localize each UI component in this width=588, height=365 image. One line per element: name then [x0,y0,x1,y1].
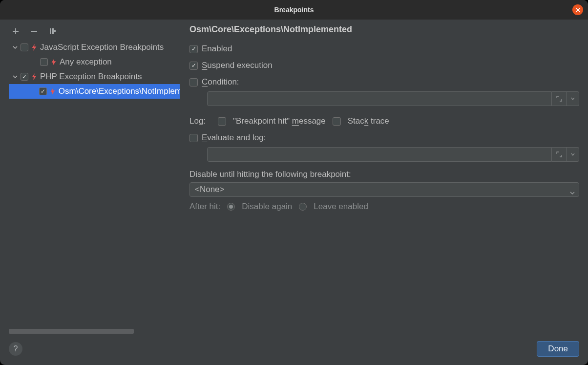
after-hit-disable-again-label: Disable again [242,202,292,212]
group-checkbox[interactable] [21,43,28,51]
evaluate-label: Evaluate and log: [202,133,266,143]
disable-until-label: Disable until hitting the following brea… [189,170,579,179]
evaluate-input[interactable] [207,147,552,162]
lightning-icon [30,44,38,51]
chevron-down-icon[interactable] [12,45,19,50]
svg-rect-0 [50,28,51,34]
condition-label: Condition: [202,77,239,87]
tree-item-any-exception[interactable]: Any exception [9,55,180,69]
plus-icon [12,27,20,35]
title-bar: Breakpoints [0,0,588,20]
minus-icon [30,27,38,35]
chevron-down-icon[interactable] [12,74,19,79]
history-dropdown-button[interactable] [567,91,579,106]
log-hit-checkbox[interactable] [218,117,226,126]
breakpoints-dialog: Breakpoints [0,0,588,365]
expand-icon [556,96,562,102]
enabled-row: Enabled [189,41,579,57]
condition-field-wrap [207,91,579,106]
close-icon [575,7,581,13]
log-row: Log: "Breakpoint hit" message Stack trac… [189,113,579,129]
lightning-icon [49,88,57,95]
details-heading: Osm\Core\Exceptions\NotImplemented [189,24,579,35]
tree-group-php[interactable]: PHP Exception Breakpoints [9,69,180,84]
remove-breakpoint-button[interactable] [29,26,39,36]
log-label: Log: [189,116,211,126]
scrollbar-thumb[interactable] [9,329,134,334]
after-hit-leave-enabled-radio[interactable] [299,203,307,211]
log-stack-label: Stack trace [348,116,389,126]
after-hit-leave-enabled-label: Leave enabled [314,202,368,212]
svg-rect-1 [52,28,54,34]
suspend-label: Suspend execution [202,61,273,70]
lightning-icon [30,73,38,80]
tree-group-label: JavaScript Exception Breakpoints [40,43,164,52]
condition-checkbox[interactable] [189,78,198,86]
expand-field-button[interactable] [552,147,567,162]
tree-group-label: PHP Exception Breakpoints [40,72,142,82]
enabled-checkbox[interactable] [189,45,198,53]
close-button[interactable] [572,4,583,15]
expand-field-button[interactable] [552,91,567,106]
disable-until-combo[interactable]: <None> [189,182,579,197]
enabled-label: Enabled [202,44,232,54]
lightning-icon [50,59,58,65]
suspend-row: Suspend execution [189,57,579,74]
dialog-footer: ? Done [9,335,579,358]
log-hit-label: "Breakpoint hit" message [233,116,326,126]
group-by-button[interactable] [48,26,58,36]
evaluate-checkbox[interactable] [189,134,198,142]
after-hit-label: After hit: [189,202,220,212]
done-button[interactable]: Done [537,341,579,357]
combo-value: <None> [195,185,225,194]
tree-item-label: Osm\Core\Exceptions\NotImplemented [59,86,180,96]
group-icon [49,27,57,35]
add-breakpoint-button[interactable] [11,26,21,36]
horizontal-scrollbar[interactable] [9,329,180,335]
expand-icon [556,151,562,157]
log-stack-checkbox[interactable] [333,117,341,126]
suspend-checkbox[interactable] [189,62,198,70]
tree-group-js[interactable]: JavaScript Exception Breakpoints [9,40,180,55]
evaluate-row: Evaluate and log: [189,129,579,146]
breakpoint-tree[interactable]: JavaScript Exception Breakpoints Any exc… [9,40,180,99]
evaluate-field-wrap [207,147,579,162]
chevron-down-icon [571,97,575,101]
after-hit-disable-again-radio[interactable] [227,203,235,211]
tree-item-not-implemented[interactable]: Osm\Core\Exceptions\NotImplemented [9,84,180,99]
group-checkbox[interactable] [21,73,28,81]
svg-rect-2 [54,30,56,32]
help-button[interactable]: ? [9,342,22,356]
after-hit-row: After hit: Disable again Leave enabled [189,202,579,212]
condition-row: Condition: [189,74,579,90]
condition-input[interactable] [207,91,552,106]
window-title: Breakpoints [274,6,314,14]
item-checkbox[interactable] [39,87,47,95]
history-dropdown-button[interactable] [567,147,579,162]
item-checkbox[interactable] [40,58,48,66]
chevron-down-icon [570,188,575,197]
tree-item-label: Any exception [60,57,112,67]
breakpoint-tree-panel: JavaScript Exception Breakpoints Any exc… [9,24,180,335]
tree-toolbar [9,24,180,38]
breakpoint-details-panel: Osm\Core\Exceptions\NotImplemented Enabl… [180,24,579,335]
chevron-down-icon [571,152,575,156]
